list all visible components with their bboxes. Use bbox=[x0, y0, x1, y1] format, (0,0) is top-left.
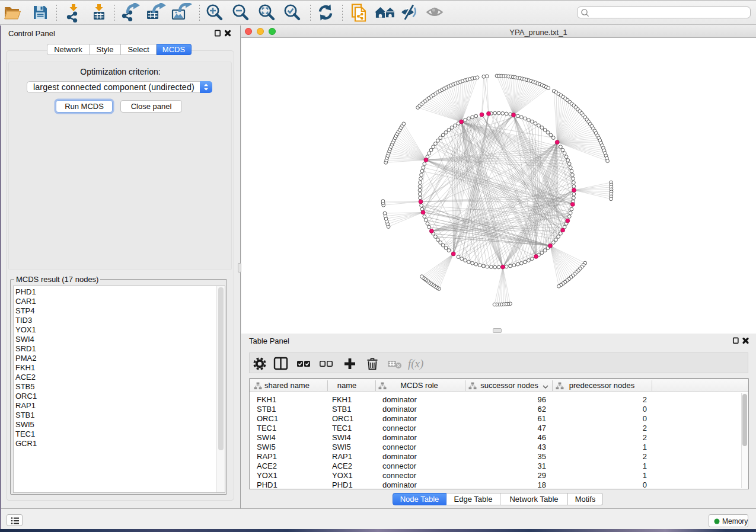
svg-text:f(x): f(x) bbox=[408, 357, 423, 370]
